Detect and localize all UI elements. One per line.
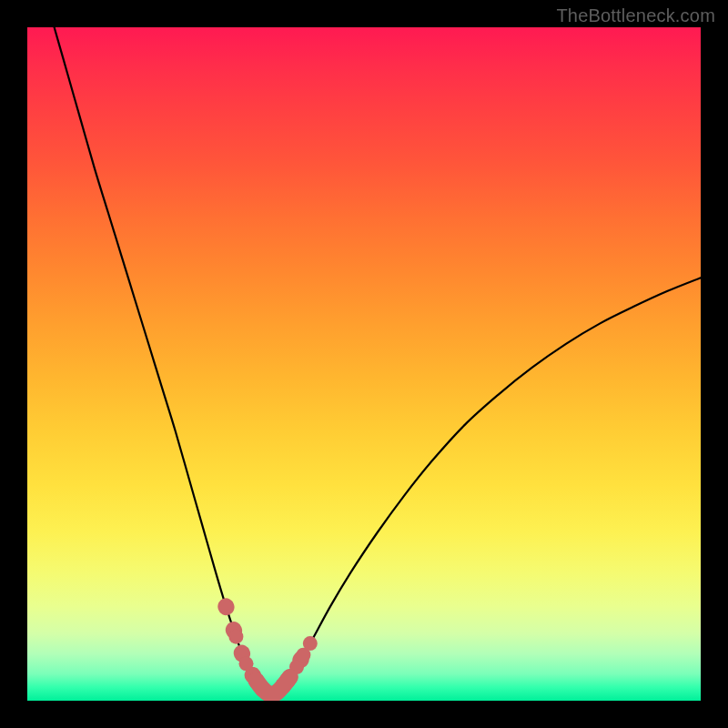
svg-point-0 <box>218 599 233 613</box>
svg-point-1 <box>228 630 243 644</box>
plot-area <box>27 27 701 701</box>
bottleneck-curve <box>55 27 701 694</box>
watermark-text: TheBottleneck.com <box>556 5 715 26</box>
svg-point-11 <box>303 636 318 651</box>
chart-svg <box>27 27 701 701</box>
marker-band <box>218 599 317 701</box>
svg-point-2 <box>239 656 254 671</box>
chart-frame: TheBottleneck.com <box>0 0 728 728</box>
